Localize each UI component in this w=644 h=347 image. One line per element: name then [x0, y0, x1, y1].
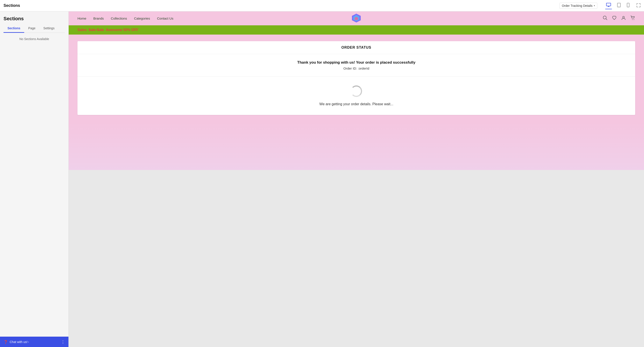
no-sections-message: No Sections Available — [19, 37, 49, 41]
chat-cursor: › — [28, 340, 29, 343]
order-thank-you-section: Thank you for shopping with us! Your ord… — [78, 54, 635, 77]
sale-prefix: Sales — [78, 28, 87, 32]
nav-categories[interactable]: Categories — [134, 17, 150, 20]
sidebar-header: Sections Sections Page Settings — [0, 12, 68, 33]
fullscreen-icon[interactable] — [636, 3, 640, 8]
page-selector[interactable]: Order Tracking Details ▾ — [560, 3, 597, 9]
desktop-icon[interactable] — [605, 2, 612, 9]
store-nav: Home Brands Collections Categories Conta… — [78, 17, 602, 20]
wishlist-icon[interactable] — [612, 16, 617, 21]
mobile-icon[interactable] — [626, 2, 630, 9]
nav-home[interactable]: Home — [78, 17, 86, 20]
preview-area: Home Brands Collections Categories Conta… — [69, 12, 644, 347]
cart-icon[interactable] — [630, 16, 635, 21]
order-loading-section: We are getting your order details. Pleas… — [78, 77, 635, 115]
nav-contact[interactable]: Contact Us — [157, 17, 173, 20]
order-thank-you-text: Thank you for shopping with us! Your ord… — [82, 60, 631, 65]
order-tracking-card: ORDER STATUS Thank you for shopping with… — [78, 41, 635, 115]
sidebar-tabs: Sections Page Settings — [4, 24, 65, 33]
nav-collections[interactable]: Collections — [111, 17, 127, 20]
tablet-icon[interactable] — [616, 2, 622, 9]
svg-point-13 — [632, 19, 633, 20]
order-status-header: ORDER STATUS — [78, 41, 635, 54]
search-icon[interactable] — [602, 16, 608, 21]
chat-icon: ❓ — [4, 340, 8, 344]
svg-point-14 — [634, 19, 634, 20]
account-icon[interactable] — [621, 16, 626, 21]
page-selector-label: Order Tracking Details — [562, 4, 592, 8]
store-logo — [351, 13, 362, 24]
nav-brands[interactable]: Brands — [93, 17, 104, 20]
device-icons — [605, 2, 640, 9]
sidebar: Sections Sections Page Settings No Secti… — [0, 12, 69, 347]
svg-point-6 — [628, 7, 628, 7]
pink-background-bottom — [69, 122, 644, 170]
sale-banner: Sales Sale Sale Awesome 50% OFF — [69, 25, 644, 35]
chat-label: Chat with us! — [10, 340, 28, 344]
sale-strikethrough: Sale Sale — [88, 28, 104, 32]
svg-line-11 — [606, 19, 607, 20]
svg-point-4 — [619, 7, 619, 7]
chevron-down-icon: ▾ — [594, 5, 595, 7]
tab-sections[interactable]: Sections — [4, 24, 24, 33]
order-wait-text: We are getting your order details. Pleas… — [82, 102, 631, 106]
tab-settings[interactable]: Settings — [40, 24, 58, 33]
svg-point-12 — [623, 16, 624, 18]
sale-suffix: Awesome 50% OFF — [106, 28, 138, 32]
app-title: Sections — [4, 3, 20, 8]
loading-spinner — [350, 85, 362, 97]
sidebar-title: Sections — [4, 14, 65, 24]
svg-rect-0 — [606, 3, 611, 6]
order-id-text: Order ID: :orderId — [82, 67, 631, 70]
order-tracking-bg: ORDER STATUS Thank you for shopping with… — [69, 35, 644, 122]
store-actions — [602, 16, 635, 21]
tab-page[interactable]: Page — [24, 24, 40, 33]
chat-bar[interactable]: ❓ Chat with us! › ⋮ — [0, 337, 68, 347]
more-options-icon[interactable]: ⋮ — [61, 339, 65, 344]
main-layout: Sections Sections Page Settings No Secti… — [0, 12, 644, 347]
store-header: Home Brands Collections Categories Conta… — [69, 12, 644, 25]
top-bar: Sections Order Tracking Details ▾ — [0, 0, 644, 12]
sidebar-content: No Sections Available — [0, 33, 68, 337]
